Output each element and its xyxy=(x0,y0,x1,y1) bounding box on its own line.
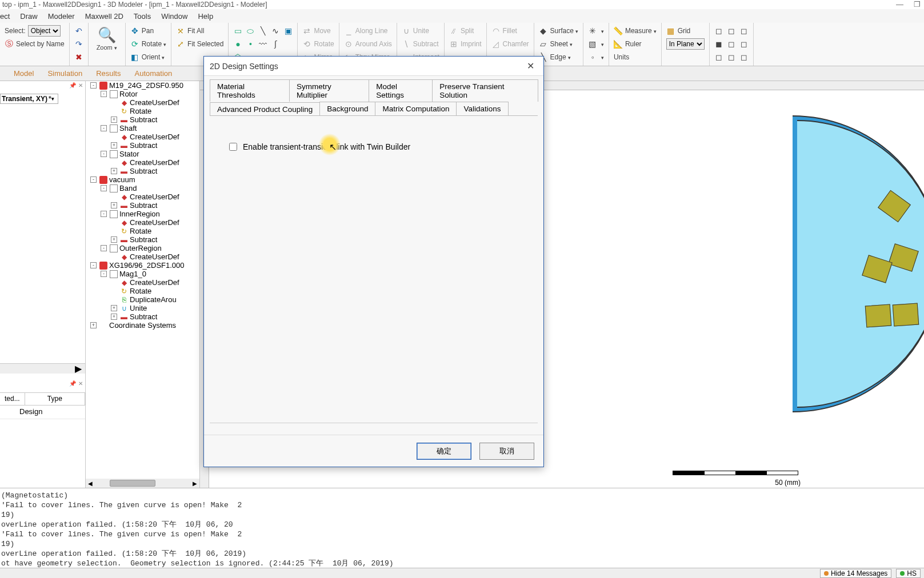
tab-background[interactable]: Background xyxy=(319,102,375,115)
enable-transient-link-checkbox[interactable] xyxy=(229,143,237,151)
chamfer-button[interactable]: ◿Chamfer xyxy=(491,38,529,50)
tree-toggle-icon[interactable]: + xyxy=(111,142,117,148)
tree-toggle-icon[interactable]: - xyxy=(101,185,107,191)
tree-item[interactable]: ◆CreateUserDef xyxy=(86,252,199,261)
message-log[interactable]: (Magnetostatic) 'Fail to cover lines. Th… xyxy=(0,488,924,568)
menu-item[interactable]: Modeler xyxy=(48,12,75,21)
tree-item[interactable]: +▬Subtract xyxy=(86,235,199,244)
snap-2-button[interactable]: ◼ xyxy=(714,38,723,50)
edge-button[interactable]: ╲Edge xyxy=(539,51,578,63)
scroll-left-icon[interactable]: ◀ xyxy=(88,480,93,487)
tree-item[interactable]: +▬Subtract xyxy=(86,115,199,124)
tree-item[interactable]: -XG196/96_2DSF1.000 xyxy=(86,261,199,270)
ok-button[interactable]: 确定 xyxy=(417,443,471,460)
tree-toggle-icon[interactable]: - xyxy=(101,91,107,97)
snap-9-button[interactable]: ◻ xyxy=(739,51,749,63)
close-icon[interactable]: ✕ xyxy=(78,82,83,89)
tree-item[interactable]: ⎘DuplicateArou xyxy=(86,295,199,304)
menu-item[interactable]: Window xyxy=(161,12,187,21)
in-plane-dropdown[interactable]: In Plane xyxy=(666,38,705,50)
tree-toggle-icon[interactable]: - xyxy=(101,125,107,131)
tree-item[interactable]: -vacuum xyxy=(86,175,199,184)
snap-4-button[interactable]: ◻ xyxy=(727,25,736,37)
tab-symmetry-multiplier[interactable]: Symmetry Multiplier xyxy=(289,79,369,102)
tree-toggle-icon[interactable]: - xyxy=(101,245,107,251)
fit-selected-button[interactable]: ⤢Fit Selected xyxy=(176,38,223,50)
menu-item[interactable]: Maxwell 2D xyxy=(85,12,123,21)
panel-tab-simulation[interactable]: Simulation xyxy=(47,69,82,78)
tab-advanced-product-coupling[interactable]: Advanced Product Coupling xyxy=(210,102,320,116)
tree-toggle-icon[interactable]: - xyxy=(101,211,107,217)
pin-icon[interactable]: 📌 xyxy=(69,82,76,89)
tree-item[interactable]: +▬Subtract xyxy=(86,167,199,175)
undo-button[interactable]: ↶ xyxy=(74,25,83,37)
dialog-close-button[interactable]: ✕ xyxy=(523,61,538,71)
pin-icon[interactable]: 📌 xyxy=(69,380,76,387)
tree-item[interactable]: ◆CreateUserDef xyxy=(86,98,199,107)
tree-item[interactable]: ◆CreateUserDef xyxy=(86,218,199,227)
tree-item[interactable]: +▬Subtract xyxy=(86,141,199,150)
shape-circle-button[interactable]: ● xyxy=(233,38,242,50)
tree-item[interactable]: -InnerRegion xyxy=(86,210,199,218)
tree-toggle-icon[interactable]: - xyxy=(101,271,107,277)
menu-item[interactable]: ect xyxy=(0,12,10,21)
tree-toggle-icon[interactable]: + xyxy=(111,168,117,174)
redo-button[interactable]: ↷ xyxy=(74,38,83,50)
unite-button[interactable]: ∪Unite xyxy=(402,25,439,37)
tree-item[interactable]: ◆CreateUserDef xyxy=(86,192,199,201)
tab-preserve-transient[interactable]: Preserve Transient Solution xyxy=(432,79,538,102)
scroll-right-icon[interactable]: ▶ xyxy=(75,363,82,374)
menu-item[interactable]: Draw xyxy=(20,12,37,21)
orient-button[interactable]: ◧Orient xyxy=(130,51,166,63)
tree-toggle-icon[interactable]: + xyxy=(111,202,117,208)
snap-1-button[interactable]: ◻ xyxy=(714,25,723,37)
close-icon[interactable]: ✕ xyxy=(78,380,83,387)
move-button[interactable]: ⇄Move xyxy=(302,25,334,37)
table-cell[interactable]: Design xyxy=(0,406,85,419)
shape-rect-button[interactable]: ▭ xyxy=(233,25,242,37)
snap-7-button[interactable]: ◻ xyxy=(739,25,749,37)
split-button[interactable]: ⫽Split xyxy=(449,25,482,37)
zoom-button[interactable]: 🔍 Zoom xyxy=(93,25,121,52)
tree-toggle-icon[interactable]: - xyxy=(90,82,97,89)
along-line-button[interactable]: ⎯Along Line xyxy=(344,25,392,37)
tree-toggle-icon[interactable]: + xyxy=(90,322,97,328)
panel-tab-results[interactable]: Results xyxy=(96,69,121,78)
units-button[interactable]: Units xyxy=(614,51,657,63)
tree-item[interactable]: -Stator xyxy=(86,150,199,158)
tree-item[interactable]: +▬Subtract xyxy=(86,312,199,321)
rotate-view-button[interactable]: ⟳Rotate xyxy=(130,38,166,50)
col-header-evaluated[interactable]: ted... xyxy=(0,393,25,405)
tree-item[interactable]: +▬Subtract xyxy=(86,201,199,210)
snap-5-button[interactable]: ◻ xyxy=(727,38,736,50)
ruler-button[interactable]: 📐Ruler xyxy=(614,38,657,50)
axis-dropdown[interactable]: ✳ xyxy=(588,25,604,37)
tree-item[interactable]: -Band xyxy=(86,184,199,192)
snap-6-button[interactable]: ◻ xyxy=(727,51,736,63)
hs-status[interactable]: HS xyxy=(896,569,921,578)
model-tree[interactable]: -M19_24G_2DSF0.950-Rotor◆CreateUserDef↻R… xyxy=(86,81,199,340)
line-button[interactable]: ╲ xyxy=(258,25,267,37)
snap-3-button[interactable]: ◻ xyxy=(714,51,723,63)
tree-item[interactable]: +Coordinate Systems xyxy=(86,321,199,330)
tab-validations[interactable]: Validations xyxy=(456,102,508,115)
fillet-button[interactable]: ◠Fillet xyxy=(491,25,529,37)
tab-material-thresholds[interactable]: Material Thresholds xyxy=(210,79,290,102)
tree-toggle-icon[interactable]: + xyxy=(111,117,117,123)
dialog-titlebar[interactable]: 2D Design Settings ✕ xyxy=(204,57,543,76)
tree-item[interactable]: ↻Rotate xyxy=(86,287,199,295)
tree-item[interactable]: -Rotor xyxy=(86,90,199,98)
pan-button[interactable]: ✥Pan xyxy=(130,25,166,37)
panel-tab-automation[interactable]: Automation xyxy=(134,69,172,78)
solution-type-label[interactable]: Transient, XY)* ▾ xyxy=(0,94,58,104)
tree-toggle-icon[interactable]: - xyxy=(90,176,97,183)
tree-item[interactable]: -Mag1_0 xyxy=(86,270,199,278)
cancel-button[interactable]: 取消 xyxy=(479,443,534,460)
surface-button[interactable]: ◆Surface xyxy=(539,25,578,37)
select-mode[interactable]: Select: Object xyxy=(5,25,65,37)
point-dropdown[interactable]: ◦ xyxy=(588,51,604,63)
fit-all-button[interactable]: ⤧Fit All xyxy=(176,25,223,37)
subtract-button[interactable]: ∖Subtract xyxy=(402,38,439,50)
tree-item[interactable]: +∪Unite xyxy=(86,304,199,312)
tree-toggle-icon[interactable]: + xyxy=(111,236,117,243)
